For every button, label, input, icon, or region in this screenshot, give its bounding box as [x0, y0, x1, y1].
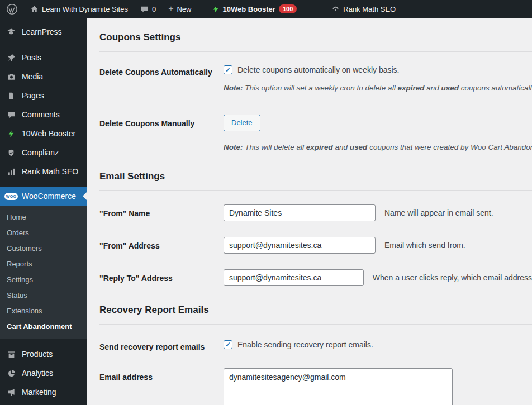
comment-bubble-icon	[140, 5, 149, 13]
report-email-label: Email address	[99, 368, 224, 383]
sidebar-item-label: Comments	[22, 109, 60, 120]
sidebar-item-label: Complianz	[22, 147, 59, 158]
woocommerce-icon: WOO	[6, 193, 17, 200]
from-name-input[interactable]	[224, 204, 376, 221]
sidebar-item-label: 10Web Booster	[22, 128, 75, 139]
sidebar-item-analytics[interactable]: Analytics	[0, 364, 87, 383]
site-name-menu[interactable]: Learn With Dynamite Sites	[24, 0, 134, 18]
shield-check-icon	[6, 149, 17, 157]
camera-icon	[6, 73, 17, 81]
send-reports-row: Send recovery report emails ✓ Enable sen…	[99, 325, 532, 352]
recovery-report-heading: Recovery Report Emails	[99, 304, 532, 316]
send-reports-checkbox-label: Enable sending recovery report emails.	[238, 340, 373, 349]
new-content-menu[interactable]: + New	[162, 0, 197, 18]
comments-menu[interactable]: 0	[134, 0, 162, 18]
settings-page-content: Coupons Settings Delete Coupons Automati…	[87, 18, 532, 405]
delete-auto-checkbox[interactable]: ✓	[224, 65, 232, 74]
lightning-bolt-icon	[212, 5, 220, 13]
report-email-textarea[interactable]: dynamitesitesagency@gmail.com	[224, 368, 453, 405]
coupons-settings-heading: Coupons Settings	[99, 31, 532, 44]
from-name-help: Name will appear in email sent.	[384, 208, 493, 217]
tenweb-booster-menu[interactable]: 10Web Booster 100	[206, 0, 303, 18]
menu-separator	[0, 41, 87, 48]
sidebar-item-marketing[interactable]: Marketing	[0, 383, 87, 402]
sidebar-item-comments[interactable]: Comments	[0, 105, 87, 124]
sidebar-item-label: Rank Math SEO	[22, 166, 78, 177]
wordpress-menu[interactable]	[0, 0, 24, 18]
booster-label: 10Web Booster	[223, 5, 276, 13]
home-icon	[30, 5, 39, 13]
rank-math-menu[interactable]: Rank Math SEO	[325, 0, 402, 18]
sidebar-item-posts[interactable]: Posts	[0, 48, 87, 67]
delete-manual-note: Note: This will delete all expired and u…	[224, 142, 532, 153]
submenu-item-status[interactable]: Status	[0, 288, 87, 303]
reply-to-help: When a user clicks reply, which email ad…	[373, 273, 532, 282]
menu-separator	[0, 339, 87, 345]
from-address-help: Email which send from.	[384, 241, 466, 250]
rankmath-label: Rank Math SEO	[343, 5, 396, 13]
submenu-item-reports[interactable]: Reports	[0, 256, 87, 272]
send-reports-label: Send recovery report emails	[99, 340, 224, 352]
sidebar-item-label: LearnPress	[22, 27, 62, 37]
pushpin-icon	[6, 54, 17, 62]
delete-auto-label: Delete Coupons Automatically	[99, 65, 224, 78]
report-email-row: Email address dynamitesitesagency@gmail.…	[99, 352, 532, 405]
admin-sidebar: LearnPress Posts Media Pages Comments 10…	[0, 18, 87, 405]
sidebar-item-complianz[interactable]: Complianz	[0, 143, 87, 162]
admin-bar: Learn With Dynamite Sites 0 + New 10Web …	[0, 0, 532, 18]
package-icon	[6, 350, 17, 359]
check-icon: ✓	[225, 341, 231, 348]
submenu-item-cart-abandonment[interactable]: Cart Abandonment	[0, 319, 87, 335]
wordpress-logo-icon	[6, 3, 18, 15]
delete-manual-label: Delete Coupons Manually	[99, 115, 224, 129]
learnpress-icon	[6, 27, 17, 36]
sidebar-item-10web-booster[interactable]: 10Web Booster	[0, 124, 87, 143]
sidebar-item-pages[interactable]: Pages	[0, 86, 87, 105]
page-icon	[6, 92, 17, 100]
email-settings-heading: Email Settings	[99, 170, 532, 183]
submenu-item-customers[interactable]: Customers	[0, 241, 87, 256]
pie-chart-icon	[6, 369, 17, 378]
reply-to-row: "Reply To" Address When a user clicks re…	[99, 254, 532, 286]
submenu-item-extensions[interactable]: Extensions	[0, 303, 87, 319]
reply-to-input[interactable]	[224, 269, 364, 286]
from-address-label: "From" Address	[99, 237, 224, 251]
sidebar-item-label: WooCommerce	[22, 191, 76, 201]
sidebar-item-label: Posts	[22, 53, 41, 63]
submenu-item-home[interactable]: Home	[0, 209, 87, 225]
plus-icon: +	[168, 4, 173, 13]
sidebar-item-label: Pages	[22, 90, 44, 101]
megaphone-icon	[6, 388, 17, 397]
from-address-row: "From" Address Email which send from.	[99, 221, 532, 254]
woocommerce-submenu: Home Orders Customers Reports Settings S…	[0, 206, 87, 339]
sidebar-item-label: Media	[22, 72, 43, 82]
check-icon: ✓	[225, 66, 231, 73]
sidebar-item-label: Products	[22, 349, 53, 359]
send-reports-checkbox[interactable]: ✓	[224, 340, 232, 349]
menu-separator	[0, 181, 87, 187]
site-name-label: Learn With Dynamite Sites	[42, 5, 128, 13]
booster-score-badge: 100	[279, 4, 297, 13]
comments-icon	[6, 111, 17, 119]
sidebar-item-woocommerce[interactable]: WOO WooCommerce	[0, 187, 87, 206]
new-label: New	[177, 5, 191, 13]
bar-chart-icon	[6, 168, 17, 176]
delete-auto-checkbox-label: Delete coupons automatically on weekly b…	[238, 65, 400, 74]
from-name-row: "From" Name Name will appear in email se…	[99, 191, 532, 221]
sidebar-item-label: Analytics	[22, 368, 53, 378]
delete-coupons-button[interactable]: Delete	[224, 115, 260, 131]
sidebar-item-label: Marketing	[22, 387, 56, 397]
gauge-icon	[331, 5, 340, 13]
delete-auto-note: Note: This option will set a weekly cron…	[224, 83, 532, 93]
submenu-item-settings[interactable]: Settings	[0, 272, 87, 288]
delete-auto-row: Delete Coupons Automatically ✓ Delete co…	[99, 52, 532, 93]
sidebar-item-products[interactable]: Products	[0, 345, 87, 364]
sidebar-item-media[interactable]: Media	[0, 67, 87, 86]
comments-count: 0	[152, 5, 156, 13]
from-address-input[interactable]	[224, 237, 376, 254]
lightning-bolt-icon	[6, 130, 17, 138]
sidebar-item-rank-math[interactable]: Rank Math SEO	[0, 162, 87, 181]
submenu-item-orders[interactable]: Orders	[0, 225, 87, 241]
sidebar-item-learnpress[interactable]: LearnPress	[0, 22, 87, 41]
reply-to-label: "Reply To" Address	[99, 269, 224, 284]
